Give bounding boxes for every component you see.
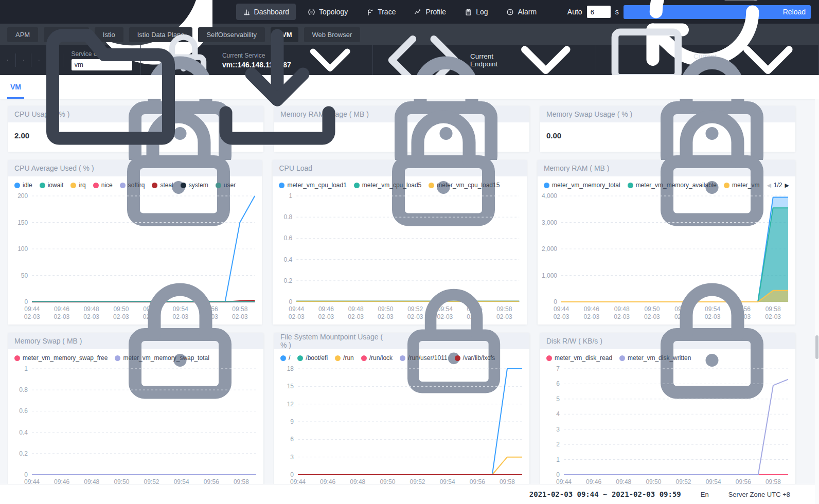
legend-label: meter_vm_memory_available — [636, 182, 717, 189]
legend-item[interactable]: meter_vm_disk_read — [546, 354, 612, 362]
legend-item[interactable]: /run — [335, 354, 354, 362]
legend-label: /boot/efi — [306, 354, 328, 362]
lock-toggle-icon[interactable] — [0, 53, 16, 67]
legend-item[interactable]: meter_vm_memory_available — [628, 182, 717, 189]
svg-text:0: 0 — [554, 298, 557, 305]
legend-item[interactable]: /boot/efi — [297, 354, 328, 362]
legend-item[interactable]: /run/lock — [361, 354, 393, 362]
legend-item[interactable]: system — [181, 182, 208, 189]
auto-refresh-input[interactable] — [587, 6, 611, 18]
legend-next-arrow-icon[interactable]: ▶ — [785, 182, 789, 189]
legend-dot — [619, 355, 625, 361]
legend-item[interactable]: meter_vm_memory_total — [544, 182, 620, 189]
chart-title: CPU Load — [279, 164, 312, 172]
chart-title: Memory RAM ( MB ) — [544, 164, 610, 172]
legend-dot — [297, 355, 303, 361]
legend-dot — [280, 355, 286, 361]
svg-text:02-03: 02-03 — [348, 313, 364, 320]
time-range-picker[interactable]: 2021-02-03 09:44 ~ 2021-02-03 09:59 — [529, 490, 681, 498]
legend-dot — [335, 355, 341, 361]
legend-dot — [544, 183, 549, 188]
legend-item[interactable]: meter_vm_disk_written — [619, 354, 691, 362]
legend-prev-arrow-icon[interactable]: ◀ — [767, 182, 771, 189]
legend-item[interactable]: /run/user/1011 — [400, 354, 448, 362]
legend-item[interactable]: meter_vm_cpu_load15 — [429, 182, 500, 189]
svg-text:7: 7 — [556, 365, 560, 372]
legend-item[interactable]: iowait — [40, 182, 64, 189]
reload-button[interactable]: Reload — [624, 5, 811, 19]
legend-dot — [429, 183, 434, 188]
svg-text:0: 0 — [25, 298, 28, 305]
svg-text:02-03: 02-03 — [614, 313, 630, 320]
lock-icon[interactable] — [384, 272, 523, 410]
folder-icon[interactable] — [33, 10, 188, 164]
svg-text:0: 0 — [290, 471, 294, 478]
language-toggle[interactable]: En — [701, 491, 709, 498]
legend-item[interactable]: idle — [14, 182, 32, 189]
folder-icon[interactable] — [16, 53, 32, 67]
svg-text:0.4: 0.4 — [284, 256, 293, 263]
svg-text:0.2: 0.2 — [19, 450, 28, 457]
svg-text:4: 4 — [556, 410, 560, 418]
legend-item[interactable]: / — [280, 354, 290, 362]
legend-dot — [354, 183, 360, 188]
legend-item[interactable]: meter_vm — [724, 182, 759, 189]
legend-item[interactable]: nice — [93, 182, 113, 189]
page-tab-vm[interactable]: VM — [10, 75, 21, 99]
svg-text:02-03: 02-03 — [583, 313, 599, 320]
lock-icon[interactable] — [635, 264, 789, 418]
reload-label: Reload — [783, 8, 806, 16]
legend-label: irq — [79, 182, 85, 189]
svg-text:09:46: 09:46 — [318, 305, 334, 313]
svg-text:09:44: 09:44 — [554, 305, 569, 313]
nav-item-label: Log — [476, 8, 488, 16]
legend-dot — [40, 183, 45, 188]
svg-text:3,000: 3,000 — [542, 219, 557, 226]
svg-text:02-03: 02-03 — [54, 313, 70, 320]
legend-dot — [628, 183, 633, 188]
legend-label: meter_vm_cpu_load5 — [362, 182, 421, 189]
svg-text:50: 50 — [21, 272, 28, 279]
svg-text:15: 15 — [287, 383, 294, 390]
server-zone-setting[interactable]: Server Zone UTC +8 — [728, 491, 790, 498]
svg-text:18: 18 — [287, 365, 294, 372]
scrollbar-thumb[interactable] — [815, 335, 818, 359]
legend-label: system — [189, 182, 208, 189]
lock-icon[interactable] — [103, 264, 257, 418]
legend-dot — [455, 355, 460, 361]
legend-dot — [216, 183, 221, 188]
chart-row-2: Memory Swap ( MB )meter_vm_memory_swap_f… — [8, 333, 795, 497]
lock-icon[interactable] — [635, 91, 789, 245]
svg-text:1: 1 — [24, 365, 28, 372]
legend-item[interactable]: /var/lib/lxcfs — [455, 354, 495, 362]
legend-item[interactable]: meter_vm_cpu_load5 — [354, 182, 421, 189]
template-tab-label: APM — [15, 31, 30, 39]
log-icon — [465, 8, 472, 16]
legend-item[interactable]: meter_vm_memory_swap_total — [115, 354, 209, 362]
svg-text:0: 0 — [24, 471, 28, 478]
svg-text:5: 5 — [556, 395, 560, 403]
legend-item[interactable]: irq — [70, 182, 85, 189]
legend-dot — [152, 183, 157, 188]
legend-item[interactable]: meter_vm_cpu_load1 — [279, 182, 346, 189]
nav-item-label: Trace — [378, 8, 396, 16]
legend-item[interactable]: softirq — [120, 182, 145, 189]
legend-label: softirq — [128, 182, 145, 189]
legend-dot — [93, 183, 99, 188]
lock-icon[interactable] — [366, 91, 521, 245]
legend-label: user — [224, 182, 236, 189]
legend-item[interactable]: meter_vm_memory_swap_free — [14, 354, 108, 362]
legend-dot — [400, 355, 405, 361]
legend-dot — [181, 183, 186, 188]
svg-text:0.6: 0.6 — [284, 235, 293, 242]
svg-text:200: 200 — [17, 192, 28, 200]
legend-label: meter_vm_disk_written — [628, 354, 691, 362]
legend-label: /run/user/1011 — [408, 354, 448, 362]
legend-label: meter_vm_cpu_load1 — [287, 182, 346, 189]
download-icon[interactable] — [200, 10, 354, 164]
svg-text:0.6: 0.6 — [19, 407, 28, 415]
legend-item[interactable]: user — [216, 182, 236, 189]
trace-icon — [366, 8, 374, 16]
svg-text:0: 0 — [556, 471, 560, 478]
legend-item[interactable]: steal — [152, 182, 173, 189]
